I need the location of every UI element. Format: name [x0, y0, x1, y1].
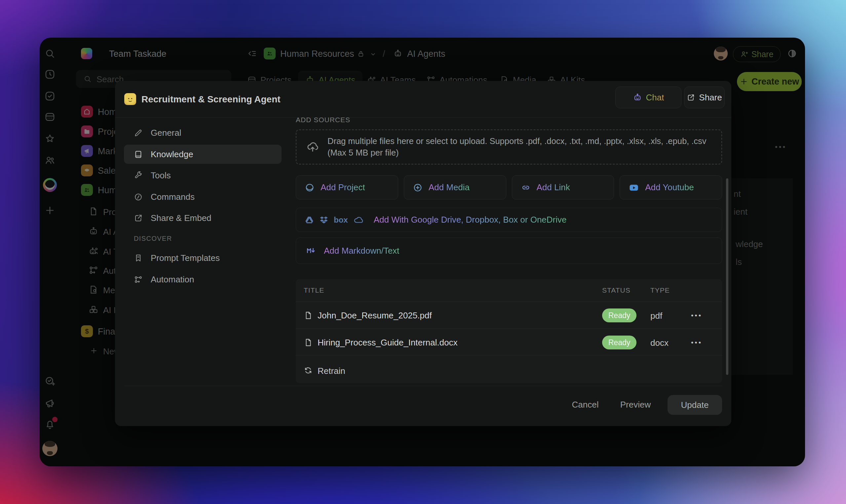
google-drive-icon — [305, 215, 314, 224]
cloud-import-row[interactable]: box Add With Google Drive, Dropbox, Box … — [296, 208, 722, 232]
modal-nav-commands[interactable]: Commands — [124, 187, 282, 206]
modal-title: Recruitment & Screening Agent — [141, 94, 281, 105]
file-type: pdf — [650, 311, 662, 321]
add-media-button[interactable]: Add Media — [404, 175, 506, 199]
update-label: Update — [681, 400, 709, 410]
file-title: John_Doe_Resume_2025.pdf — [318, 310, 431, 321]
box-logo: box — [334, 215, 348, 224]
modal-scrollbar[interactable] — [726, 178, 728, 375]
robot-chat-icon — [633, 93, 642, 102]
upload-cloud-icon — [306, 141, 319, 153]
column-header-type: TYPE — [650, 286, 670, 294]
file-title: Hiring_Process_Guide_Internal.docx — [318, 338, 457, 348]
update-button[interactable]: Update — [668, 395, 722, 415]
cancel-button[interactable]: Cancel — [565, 400, 605, 410]
nav-label: Tools — [151, 170, 171, 181]
file-dropzone[interactable]: Drag multiple files here or select to up… — [296, 129, 722, 164]
chat-button[interactable]: Chat — [615, 87, 682, 108]
project-circle-icon — [305, 183, 315, 193]
nav-label: Prompt Templates — [151, 253, 220, 263]
bookmark-icon — [134, 254, 143, 263]
share-external-icon — [687, 93, 695, 102]
add-link-button[interactable]: Add Link — [512, 175, 614, 199]
add-youtube-label: Add Youtube — [645, 182, 694, 193]
divider — [296, 302, 722, 302]
status-label: Ready — [609, 338, 630, 347]
share-external-icon — [134, 214, 143, 222]
link-icon — [521, 183, 531, 193]
modal-nav-general[interactable]: General — [124, 123, 282, 142]
file-icon — [304, 311, 313, 320]
markdown-icon — [305, 245, 317, 257]
chat-label: Chat — [646, 92, 664, 103]
dropzone-text: Drag multiple files here or select to up… — [328, 136, 707, 159]
source-buttons-row: Add Project Add Media Add Link Add Youtu… — [296, 175, 722, 199]
add-markdown-label: Add Markdown/Text — [324, 246, 399, 256]
column-header-status: STATUS — [602, 286, 631, 294]
divider — [296, 329, 722, 329]
file-type: docx — [650, 338, 669, 348]
file-icon — [304, 338, 313, 347]
add-project-button[interactable]: Add Project — [296, 175, 398, 199]
discover-section-label: DISCOVER — [134, 235, 172, 242]
dropbox-icon — [319, 215, 329, 224]
add-markdown-row[interactable]: Add Markdown/Text — [296, 237, 722, 264]
status-badge: Ready — [602, 336, 636, 349]
add-media-label: Add Media — [429, 182, 470, 193]
modal-nav-prompt-templates[interactable]: Prompt Templates — [124, 248, 282, 268]
share-label: Share — [699, 92, 722, 103]
desktop-background: Team Taskade Search Home Projects Market… — [0, 0, 846, 504]
add-youtube-button[interactable]: Add Youtube — [620, 175, 722, 199]
circle-plus-icon — [413, 183, 423, 193]
book-icon — [134, 150, 143, 159]
row-menu-ellipsis[interactable]: ••• — [691, 311, 702, 319]
sources-table: TITLE STATUS TYPE John_Doe_Resume_2025.p… — [296, 279, 722, 383]
nav-label: Share & Embed — [151, 213, 211, 223]
wrench-icon — [134, 171, 143, 180]
row-menu-ellipsis[interactable]: ••• — [691, 339, 702, 346]
modal-header: Recruitment & Screening Agent Chat Share — [115, 81, 731, 118]
agent-settings-modal: Recruitment & Screening Agent Chat Share… — [115, 81, 731, 426]
modal-nav-tools[interactable]: Tools — [124, 166, 282, 185]
status-label: Ready — [609, 311, 630, 320]
agent-emoji-avatar — [124, 93, 136, 105]
nav-label: Automation — [151, 274, 194, 285]
modal-nav-share-embed[interactable]: Share & Embed — [124, 209, 282, 228]
workflow-icon — [134, 275, 143, 284]
nav-label: Commands — [151, 192, 195, 202]
nav-label: Knowledge — [151, 149, 193, 160]
modal-nav-knowledge[interactable]: Knowledge — [124, 145, 282, 164]
add-sources-heading: ADD SOURCES — [296, 116, 350, 124]
add-link-label: Add Link — [537, 182, 570, 193]
pencil-icon — [134, 128, 143, 138]
app-window: Team Taskade Search Home Projects Market… — [40, 38, 805, 466]
modal-share-button[interactable]: Share — [684, 87, 725, 108]
retrain-label: Retrain — [318, 366, 345, 376]
nav-label: General — [151, 128, 181, 138]
modal-nav-automation[interactable]: Automation — [124, 270, 282, 289]
slash-circle-icon — [134, 193, 143, 201]
youtube-icon — [629, 182, 639, 193]
refresh-icon — [304, 366, 313, 375]
preview-button[interactable]: Preview — [614, 400, 657, 410]
onedrive-icon — [353, 215, 364, 225]
status-badge: Ready — [602, 308, 636, 322]
divider — [296, 355, 722, 355]
cloud-import-label: Add With Google Drive, Dropbox, Box or O… — [374, 215, 567, 225]
footer-divider — [124, 386, 722, 386]
column-header-title: TITLE — [304, 286, 324, 294]
add-project-label: Add Project — [320, 182, 365, 193]
